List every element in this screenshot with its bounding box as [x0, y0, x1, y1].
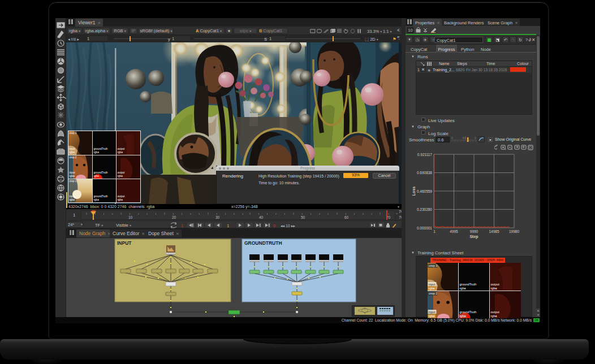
svg-text:input: input [70, 195, 76, 198]
svg-text:output: output [118, 148, 125, 150]
svg-text:rgba: rgba [70, 151, 75, 154]
svg-text:Step: Step [469, 235, 478, 239]
svg-text:9990: 9990 [470, 229, 478, 233]
svg-text:0: 0 [273, 223, 276, 228]
svg-text:50: 50 [301, 215, 305, 219]
svg-text:0.5: 0.5 [463, 137, 467, 140]
svg-text:10: 10 [128, 215, 133, 219]
svg-text:rgba: rgba [70, 175, 75, 177]
svg-text:0.230280: 0.230280 [417, 207, 432, 211]
svg-text:0: 0 [451, 137, 453, 140]
svg-text:rgba: rgba [429, 287, 436, 290]
svg-text:INPUT: INPUT [117, 240, 132, 246]
svg-text:GROUNDTRUTH: GROUNDTRUTH [244, 240, 282, 246]
svg-text:rgba: rgba [94, 175, 100, 177]
svg-text:0.000001: 0.000001 [417, 226, 432, 230]
svg-text:40: 40 [259, 215, 264, 219]
svg-text:rgba: rgba [118, 151, 123, 154]
svg-text:groundTruth: groundTruth [94, 148, 108, 150]
svg-text:output: output [491, 282, 500, 285]
svg-text:rgba: rgba [118, 175, 123, 177]
svg-text:input: input [429, 310, 436, 313]
svg-text:rgba: rgba [94, 198, 100, 201]
svg-text:19980: 19980 [509, 229, 519, 233]
svg-text:rgba: rgba [491, 287, 498, 290]
svg-text:output: output [118, 195, 125, 198]
svg-text:groundTruth: groundTruth [460, 282, 477, 285]
svg-text:20: 20 [172, 215, 176, 219]
svg-text:60: 60 [344, 215, 349, 219]
svg-text:Loss: Loss [412, 187, 416, 196]
svg-text:◂◂ 10 ▸▸: ◂◂ 10 ▸▸ [281, 223, 295, 227]
svg-text:rgba: rgba [429, 314, 436, 318]
svg-text:0.921117: 0.921117 [417, 153, 433, 157]
svg-text:rgba: rgba [70, 198, 75, 201]
svg-text:crop 3: crop 3 [429, 264, 437, 267]
svg-text:crop 3: crop 3 [70, 132, 77, 135]
svg-text:rgba: rgba [94, 151, 100, 154]
svg-text:1: 1 [475, 137, 476, 140]
svg-text:crop 2: crop 2 [70, 156, 77, 159]
svg-text:rgba: rgba [118, 198, 123, 201]
svg-text:groundTruth: groundTruth [94, 171, 108, 174]
svg-text:input: input [70, 148, 76, 150]
svg-text:rgba: rgba [460, 314, 467, 318]
svg-text:1: 1 [181, 223, 184, 228]
svg-text:crop 2: crop 2 [429, 292, 437, 295]
svg-text:0.460559: 0.460559 [417, 189, 432, 193]
svg-text:input: input [429, 282, 436, 285]
svg-text:rgba: rgba [491, 314, 498, 318]
svg-text:output: output [491, 310, 500, 313]
svg-text:14985: 14985 [489, 229, 499, 233]
svg-text:groundTruth: groundTruth [460, 310, 477, 313]
svg-text:groundTruth: groundTruth [94, 195, 108, 198]
svg-text:1: 1 [92, 216, 94, 220]
svg-text:4995: 4995 [450, 229, 458, 233]
svg-text:rgba: rgba [460, 287, 467, 290]
svg-text:crop 1: crop 1 [70, 180, 77, 183]
svg-text:1: 1 [227, 223, 230, 228]
svg-text:30: 30 [215, 215, 220, 219]
svg-text:1: 1 [433, 229, 436, 233]
svg-text:output: output [118, 171, 125, 174]
svg-text:input: input [70, 171, 76, 174]
svg-text:0.690838: 0.690838 [417, 171, 432, 175]
